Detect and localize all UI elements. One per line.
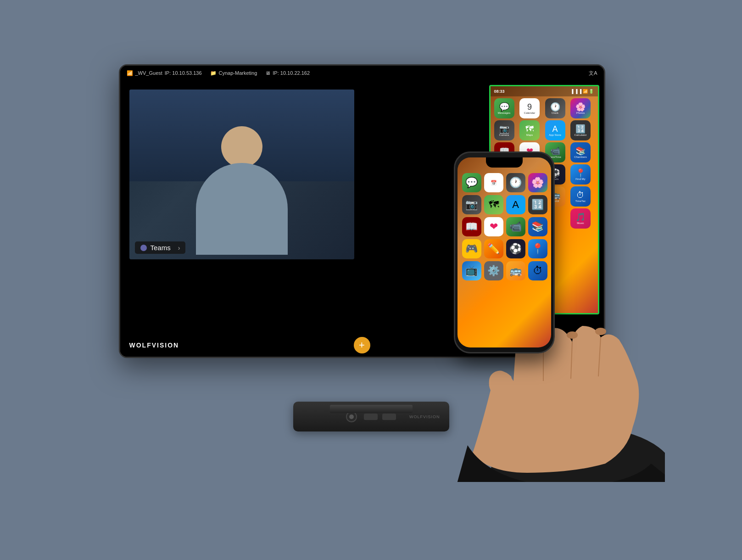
app-icon-calendar[interactable]: 9 Calendar [519,98,540,118]
phone-app-maps[interactable]: 🗺 [484,195,503,214]
network-label: _WV_Guest [135,70,162,76]
hand-with-phone: 💬 📅 🕐 🌸 📷 🗺 A 🔢 📖 ❤ 📹 📚 🎮 ✏️ ⚽ 📍 [399,138,665,482]
teams-dot [140,245,147,251]
location-icon: 📁 [210,70,217,76]
ip2-label: IP: 10.10.22.162 [273,70,310,76]
soundbar-control-1[interactable] [364,414,378,420]
app-icon-clock[interactable]: 🕐 Clock [545,98,565,118]
app-icon-messages[interactable]: 💬 Messages [494,98,514,118]
app-icon-photos[interactable]: 🌸 Photos [570,98,591,118]
physical-phone: 💬 📅 🕐 🌸 📷 🗺 A 🔢 📖 ❤ 📹 📚 🎮 ✏️ ⚽ 📍 [454,151,555,353]
video-person [129,90,354,259]
phone-app-timetac[interactable]: ⏱ [528,261,547,280]
phone-app-calculator[interactable]: 🔢 [528,195,547,214]
phone-app-photos[interactable]: 🌸 [528,173,547,192]
phone-app-settings[interactable]: ⚙️ [484,261,503,280]
phone-app-findmy[interactable]: 📍 [528,239,547,258]
status-bar: 📶 _WV_Guest IP: 10.10.53.136 📁 Cynap-Mar… [120,66,604,80]
teams-badge[interactable]: Teams › [135,241,186,254]
location-status: 📁 Cynap-Marketing [210,70,257,76]
phone-app-yellow[interactable]: 🎮 [462,239,481,258]
phone-app-spurs[interactable]: ⚽ [506,239,525,258]
phone-app-messages[interactable]: 💬 [462,173,481,192]
phone-app-sky[interactable]: 📺 [462,261,481,280]
teams-label: Teams [151,244,171,252]
phone-notch [486,157,523,168]
phone-app-calendar[interactable]: 📅 [484,173,503,192]
phone-app-chambers[interactable]: 📚 [528,217,547,236]
phone-app-health[interactable]: ❤ [484,217,503,236]
wifi-icon: 📶 [127,70,133,76]
ip1-label: IP: 10.10.53.136 [165,70,202,76]
person-head [221,126,262,168]
display-status: 🖥 IP: 10.10.22.162 [265,70,310,76]
language-icon: 文A [589,70,597,77]
wolfvision-logo: WOLFVISION [129,342,179,349]
phone-app-thesaurus[interactable]: 📖 [462,217,481,236]
svg-point-3 [595,328,606,335]
person-body [196,163,288,255]
soundbar-controls [364,414,396,420]
wolfvision-text: WOLFVISION [129,342,179,349]
phone-app-camera[interactable]: 📷 [462,195,481,214]
svg-point-2 [567,331,578,339]
phone-device-screen: 💬 📅 🕐 🌸 📷 🗺 A 🔢 📖 ❤ 📹 📚 🎮 ✏️ ⚽ 📍 [457,157,551,347]
soundbar-control-2[interactable] [382,414,396,420]
phone-app-clock[interactable]: 🕐 [506,173,525,192]
display-icon: 🖥 [265,70,270,76]
video-call-area: Teams › [129,90,354,259]
teams-chevron-icon: › [178,244,180,252]
scene: 📶 _WV_Guest IP: 10.10.53.136 📁 Cynap-Mar… [78,55,665,505]
phone-apps-grid: 💬 📅 🕐 🌸 📷 🗺 A 🔢 📖 ❤ 📹 📚 🎮 ✏️ ⚽ 📍 [460,171,548,282]
phone-app-facetime[interactable]: 📹 [506,217,525,236]
phone-app-appstore[interactable]: A [506,195,525,214]
phone-app-notability[interactable]: ✏️ [484,239,503,258]
wifi-status: 📶 _WV_Guest IP: 10.10.53.136 [127,70,202,76]
phone-app-vmobil[interactable]: 🚌 [506,261,525,280]
person-figure [168,117,315,259]
location-label: Cynap-Marketing [219,70,257,76]
phone-status-bar: 08:33 ▐ ▐ ▐ 📶 🔋 [491,86,598,96]
phone-time: 08:33 [494,89,505,94]
phone-signal-icons: ▐ ▐ ▐ 📶 🔋 [570,89,594,94]
add-content-button[interactable]: + [354,337,370,353]
